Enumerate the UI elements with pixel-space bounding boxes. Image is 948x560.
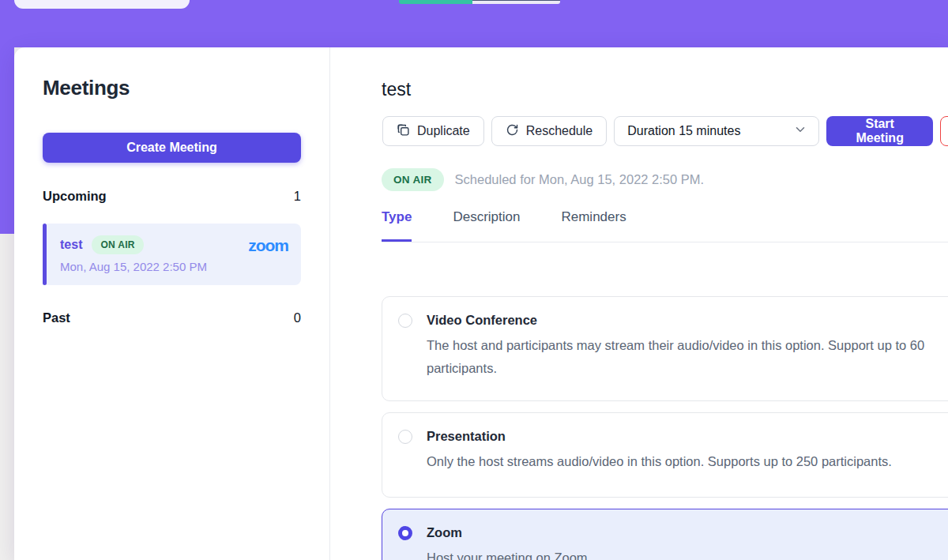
meeting-item-datetime: Mon, Aug 15, 2022 2:50 PM bbox=[60, 260, 207, 273]
radio-selected-icon[interactable] bbox=[398, 526, 412, 540]
duration-select[interactable]: Duration 15 minutes bbox=[614, 116, 819, 146]
selected-accent-bar bbox=[43, 224, 47, 285]
radio-unselected-icon[interactable] bbox=[398, 314, 412, 328]
upcoming-count: 1 bbox=[294, 189, 301, 204]
detail-tabs: Type Description Reminders bbox=[382, 209, 948, 242]
meeting-title: test bbox=[382, 79, 411, 100]
progress-rest-segment bbox=[472, 0, 560, 4]
meetings-sidebar: Meetings Create Meeting Upcoming 1 test … bbox=[14, 47, 330, 560]
option-description: The host and participants may stream the… bbox=[427, 334, 948, 380]
past-section-header[interactable]: Past 0 bbox=[43, 310, 301, 325]
create-meeting-button[interactable]: Create Meeting bbox=[43, 133, 301, 163]
refresh-icon bbox=[506, 123, 519, 140]
option-title: Video Conference bbox=[427, 313, 537, 328]
browser-chrome-pill bbox=[14, 0, 190, 9]
tab-reminders[interactable]: Reminders bbox=[561, 209, 626, 242]
option-description: Host your meeting on Zoom bbox=[427, 547, 948, 560]
meeting-list-item[interactable]: test ON AIR zoom Mon, Aug 15, 2022 2:50 … bbox=[43, 224, 301, 285]
app-window: Meetings Create Meeting Upcoming 1 test … bbox=[0, 0, 948, 560]
tab-type[interactable]: Type bbox=[382, 209, 412, 242]
tab-description[interactable]: Description bbox=[453, 209, 520, 242]
delete-button-cutoff[interactable] bbox=[940, 116, 948, 146]
scheduled-text: Scheduled for Mon, Aug 15, 2022 2:50 PM. bbox=[455, 172, 705, 187]
past-count: 0 bbox=[294, 310, 301, 325]
on-air-badge: ON AIR bbox=[382, 168, 444, 191]
purple-left-strip bbox=[0, 47, 14, 234]
start-meeting-button[interactable]: Start Meeting bbox=[826, 116, 933, 146]
zoom-logo: zoom bbox=[248, 237, 288, 254]
option-description: Only the host streams audio/video in thi… bbox=[427, 450, 948, 473]
option-title: Presentation bbox=[427, 429, 506, 444]
upcoming-label: Upcoming bbox=[43, 189, 107, 204]
chevron-down-icon bbox=[793, 122, 807, 140]
sidebar-title: Meetings bbox=[43, 76, 130, 100]
top-progress-bar bbox=[399, 0, 560, 4]
reschedule-button[interactable]: Reschedule bbox=[491, 116, 608, 146]
meeting-item-on-air-badge: ON AIR bbox=[92, 235, 143, 254]
meeting-type-options: Video Conference The host and participan… bbox=[382, 296, 948, 560]
upcoming-section-header[interactable]: Upcoming 1 bbox=[43, 189, 301, 204]
meeting-detail-panel: test Duplicate Reschedule Duration 15 mi… bbox=[331, 47, 948, 560]
main-card: Meetings Create Meeting Upcoming 1 test … bbox=[14, 47, 948, 560]
past-label: Past bbox=[43, 310, 70, 325]
duration-value: Duration 15 minutes bbox=[627, 124, 740, 138]
option-zoom[interactable]: Zoom Host your meeting on Zoom bbox=[382, 509, 948, 560]
reschedule-label: Reschedule bbox=[526, 124, 593, 138]
radio-unselected-icon[interactable] bbox=[398, 430, 412, 444]
status-row: ON AIR Scheduled for Mon, Aug 15, 2022 2… bbox=[382, 168, 704, 191]
meeting-item-title: test bbox=[60, 238, 82, 252]
option-title: Zoom bbox=[427, 525, 462, 540]
option-video-conference[interactable]: Video Conference The host and participan… bbox=[382, 296, 948, 401]
option-presentation[interactable]: Presentation Only the host streams audio… bbox=[382, 412, 948, 498]
duplicate-button[interactable]: Duplicate bbox=[382, 116, 484, 146]
duplicate-label: Duplicate bbox=[417, 124, 470, 138]
copy-icon bbox=[397, 123, 410, 140]
action-toolbar: Duplicate Reschedule Duration 15 minutes… bbox=[382, 116, 948, 146]
progress-done-segment bbox=[399, 0, 472, 4]
